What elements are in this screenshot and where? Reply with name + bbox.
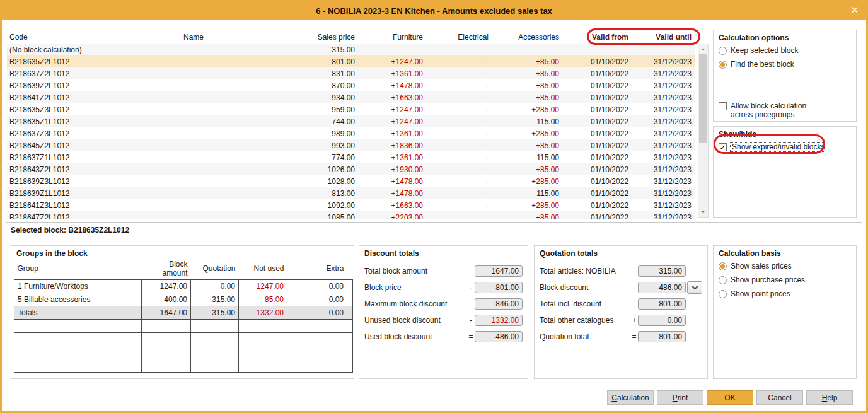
column-header-furniture[interactable]: Furniture — [359, 30, 427, 44]
radio-label: Find the best block — [731, 60, 794, 69]
table-cell: 01/10/2022 — [588, 127, 632, 139]
column-header-sales-price[interactable]: Sales price — [304, 30, 359, 44]
table-row[interactable]: (No block calculation)315.00 — [7, 44, 695, 55]
table-cell: - — [427, 127, 492, 139]
group-cell-empty — [239, 333, 287, 346]
price-block-table: Code Name Sales price Furniture Electric… — [7, 30, 695, 219]
totals-row: Total block amount1647.00 — [359, 263, 528, 279]
calculation-button[interactable]: Calculation — [607, 390, 654, 405]
value-field: 1647.00 — [475, 265, 523, 277]
table-cell: B218643Z2L1012 — [7, 163, 181, 175]
table-cell: 870.00 — [304, 79, 359, 91]
table-cell — [181, 211, 304, 219]
column-header-accessories[interactable]: Accessories — [492, 30, 563, 44]
operator: + — [630, 316, 638, 325]
checkbox-label: Allow block calculation across pricegrou… — [731, 102, 826, 119]
scroll-up-icon[interactable]: ▲ — [698, 44, 708, 54]
group-cell: 85.00 — [239, 293, 287, 306]
table-cell: +1247.00 — [359, 55, 427, 67]
table-row[interactable]: B218637Z3L1012989.00+1361.00-+285.0001/1… — [7, 127, 695, 139]
group-cell-empty — [142, 333, 191, 346]
value-field: -486.00 — [475, 331, 523, 342]
table-row[interactable]: B218643Z2L10121026.00+1930.00-+85.0001/1… — [7, 163, 695, 175]
scroll-thumb[interactable] — [699, 54, 707, 143]
close-icon[interactable]: ✕ — [850, 5, 859, 15]
table-cell — [427, 44, 492, 55]
ok-button[interactable]: OK — [707, 390, 753, 405]
scroll-down-icon[interactable]: ▼ — [698, 207, 708, 217]
group-row: 1 Furniture/Worktops1247.000.001247.000.… — [14, 280, 353, 293]
column-header-extra: Extra — [287, 259, 353, 280]
table-row[interactable]: B218645Z2L1012993.00+1836.00-+85.0001/10… — [7, 139, 695, 151]
table-row[interactable]: B218637Z2L1012831.00+1361.00-+85.0001/10… — [7, 67, 695, 79]
group-cell: 0.00 — [287, 306, 353, 320]
table-cell: +1478.00 — [359, 175, 427, 187]
radio-find-best-block[interactable]: Find the best block — [714, 57, 856, 71]
table-cell: B218639Z3L1012 — [7, 175, 181, 187]
column-header-electrical[interactable]: Electrical — [427, 30, 492, 44]
print-button[interactable]: Print — [657, 390, 703, 405]
table-cell: +1930.00 — [359, 163, 427, 175]
table-cell: +1247.00 — [359, 103, 427, 115]
table-row[interactable]: B218641Z3L10121092.00+1663.00-+285.0001/… — [7, 199, 695, 211]
table-cell: 801.00 — [304, 55, 359, 67]
table-row[interactable]: B218637Z1L1012774.00+1361.00--115.0001/1… — [7, 151, 695, 163]
table-row[interactable]: B218639Z1L1012813.00+1478.00--115.0001/1… — [7, 187, 695, 199]
dropdown-button[interactable] — [687, 281, 702, 294]
group-cell: 315.00 — [191, 293, 239, 306]
column-header-group: Group — [14, 259, 142, 280]
vertical-scrollbar[interactable]: ▲ ▼ — [698, 44, 709, 218]
table-cell — [181, 67, 304, 79]
totals-label: Block discount — [540, 283, 630, 292]
group-cell-empty — [287, 359, 353, 373]
radio-unselected-icon — [719, 47, 727, 55]
table-cell — [181, 91, 304, 103]
checkbox-show-expired-invalid-blocks[interactable]: Show expired/invalid blocks — [714, 140, 856, 154]
table-row[interactable]: B218647Z2L10121085.00+2203.00-+85.0001/1… — [7, 211, 695, 219]
radio-keep-selected-block[interactable]: Keep selected block — [714, 44, 856, 57]
operator: = — [467, 300, 475, 308]
spacer-cell — [563, 67, 588, 79]
column-header-code[interactable]: Code — [7, 30, 181, 44]
table-row[interactable]: B218635Z1L1012744.00+1247.00--115.0001/1… — [7, 115, 695, 127]
table-cell: 831.00 — [304, 67, 359, 79]
table-cell: 01/10/2022 — [588, 139, 632, 151]
table-cell: 1028.00 — [304, 175, 359, 187]
column-header-name[interactable]: Name — [181, 30, 304, 44]
column-header-valid-from[interactable]: Valid from — [588, 30, 632, 44]
table-row[interactable]: B218639Z2L1012870.00+1478.00-+85.0001/10… — [7, 79, 695, 91]
table-cell: 989.00 — [304, 127, 359, 139]
table-row[interactable]: B218639Z3L10121028.00+1478.00-+285.0001/… — [7, 175, 695, 187]
table-cell: (No block calculation) — [7, 44, 181, 55]
table-cell: +285.00 — [492, 175, 563, 187]
cancel-button[interactable]: Cancel — [756, 390, 803, 405]
table-cell: 744.00 — [304, 115, 359, 127]
group-cell: 1247.00 — [239, 280, 287, 293]
table-row[interactable]: B218641Z2L1012934.00+1663.00-+85.0001/10… — [7, 91, 695, 103]
value-field: 1332.00 — [475, 315, 523, 326]
checkbox-allow-block-calculation[interactable]: Allow block calculation across pricegrou… — [714, 99, 856, 122]
group-cell-empty — [287, 346, 353, 359]
group-cell-empty — [191, 346, 239, 359]
group-row-empty — [14, 346, 353, 359]
table-row[interactable]: B218635Z3L1012959.00+1247.00-+285.0001/1… — [7, 103, 695, 115]
selected-block-label: Selected block: B218635Z2L1012 — [11, 226, 129, 235]
spacer-cell — [563, 211, 588, 219]
value-field: 315.00 — [638, 265, 686, 277]
spacer-cell — [563, 79, 588, 91]
group-row: 5 Billable accessories400.00315.0085.000… — [14, 293, 353, 306]
table-cell: - — [427, 55, 492, 67]
table-cell: 31/12/2023 — [632, 115, 695, 127]
table-cell: 31/12/2023 — [632, 211, 695, 219]
table-cell: +1361.00 — [359, 127, 427, 139]
radio-show-purchase-prices[interactable]: Show purchase prices — [714, 273, 856, 287]
table-row[interactable]: B218635Z2L1012801.00+1247.00-+85.0001/10… — [7, 55, 695, 67]
radio-show-sales-prices[interactable]: Show sales prices — [714, 259, 856, 273]
table-cell: 993.00 — [304, 139, 359, 151]
group-cell: 5 Billable accessories — [14, 293, 142, 306]
table-cell: 31/12/2023 — [632, 151, 695, 163]
table-cell — [181, 115, 304, 127]
column-header-valid-until[interactable]: Valid until — [632, 30, 695, 44]
help-button[interactable]: Help — [806, 390, 853, 405]
radio-show-point-prices[interactable]: Show point prices — [714, 287, 856, 301]
